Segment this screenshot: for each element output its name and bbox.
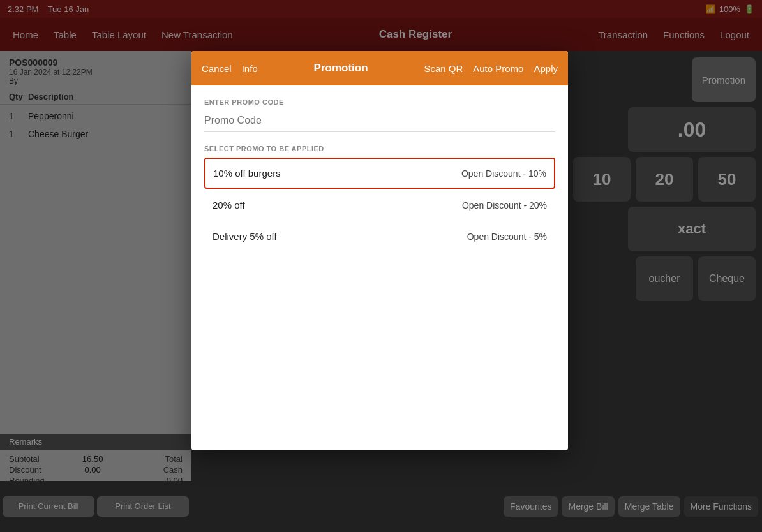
- promo-name: 10% off burgers: [213, 168, 281, 179]
- promo-type: Open Discount - 20%: [462, 200, 547, 211]
- modal-scan-qr[interactable]: Scan QR: [424, 61, 463, 77]
- promo-type: Open Discount - 10%: [461, 168, 546, 179]
- modal-footer: [191, 253, 568, 450]
- modal-promotion-tab[interactable]: Promotion: [314, 59, 368, 77]
- promo-list: 10% off burgersOpen Discount - 10%20% of…: [204, 158, 555, 251]
- modal-auto-promo[interactable]: Auto Promo: [473, 61, 523, 77]
- promo-code-label: ENTER PROMO CODE: [204, 98, 555, 106]
- select-promo-label: SELECT PROMO TO BE APPLIED: [204, 145, 555, 152]
- promo-row[interactable]: Delivery 5% offOpen Discount - 5%: [204, 221, 555, 251]
- promo-type: Open Discount - 5%: [467, 232, 547, 242]
- modal-info[interactable]: Info: [242, 61, 258, 77]
- modal-apply[interactable]: Apply: [534, 61, 558, 77]
- promo-row[interactable]: 10% off burgersOpen Discount - 10%: [204, 158, 555, 189]
- modal-body: ENTER PROMO CODE SELECT PROMO TO BE APPL…: [191, 85, 568, 251]
- promo-name: Delivery 5% off: [213, 231, 277, 242]
- modal-cancel[interactable]: Cancel: [202, 61, 232, 77]
- promo-code-input[interactable]: [204, 110, 555, 132]
- promo-row[interactable]: 20% offOpen Discount - 20%: [204, 190, 555, 220]
- promo-name: 20% off: [213, 200, 245, 211]
- modal-header: Cancel Info Promotion Scan QR Auto Promo…: [191, 51, 568, 85]
- promotion-modal: Cancel Info Promotion Scan QR Auto Promo…: [191, 51, 568, 450]
